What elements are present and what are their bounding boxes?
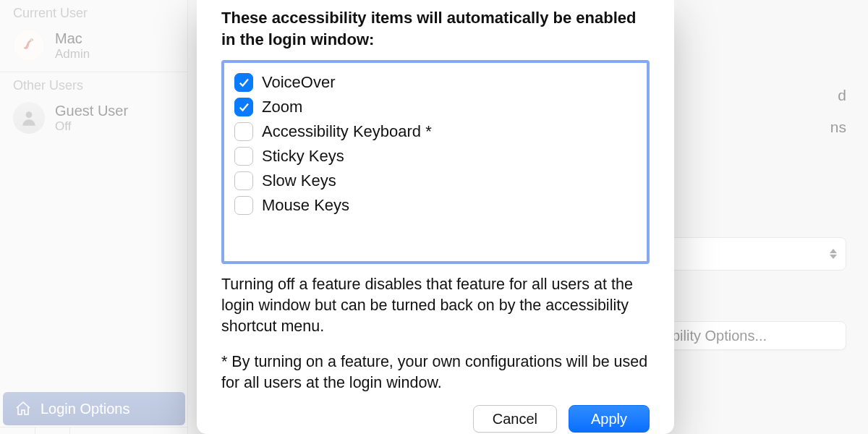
other-users-section-label: Other Users (0, 72, 187, 98)
option-label: Zoom (262, 98, 302, 116)
user-silhouette-icon (13, 102, 45, 134)
login-options-button[interactable]: Login Options (3, 392, 185, 425)
option-slow-keys[interactable]: Slow Keys (234, 169, 637, 193)
checkbox-zoom[interactable] (234, 98, 253, 116)
house-icon (14, 400, 32, 417)
background-right-controls: d ns bility Options... (658, 87, 846, 350)
option-voiceover[interactable]: VoiceOver (234, 70, 637, 95)
current-user-row[interactable]: Mac Admin (0, 25, 187, 72)
checkbox-accessibility-keyboard[interactable] (234, 122, 253, 141)
option-label: Sticky Keys (262, 147, 344, 166)
checkbox-sticky-keys[interactable] (234, 147, 253, 166)
option-label: Mouse Keys (262, 196, 349, 215)
accessibility-options-button-label: bility Options... (672, 328, 767, 344)
guest-user-status: Off (55, 119, 128, 134)
option-label: Slow Keys (262, 171, 336, 190)
current-user-role: Admin (55, 47, 90, 61)
footnote-text: * By turning on a feature, your own conf… (221, 352, 650, 393)
bg-popup-button[interactable] (658, 237, 846, 271)
option-zoom[interactable]: Zoom (234, 95, 637, 119)
guest-user-row[interactable]: Guest User Off (0, 98, 187, 144)
option-label: VoiceOver (262, 73, 336, 92)
explain-text: Turning off a feature disables that feat… (221, 274, 650, 337)
option-mouse-keys[interactable]: Mouse Keys (234, 193, 637, 218)
cancel-button[interactable]: Cancel (473, 405, 557, 433)
users-sidebar: Current User Mac Admin Other Users Guest… (0, 0, 188, 434)
guest-user-name: Guest User (55, 103, 128, 119)
current-user-name: Mac (55, 30, 90, 47)
sidebar-footer-controls (0, 427, 188, 434)
checkbox-voiceover[interactable] (234, 73, 253, 92)
apply-button[interactable]: Apply (569, 405, 650, 433)
checkbox-mouse-keys[interactable] (234, 196, 253, 215)
checkbox-slow-keys[interactable] (234, 171, 253, 190)
accessibility-options-button[interactable]: bility Options... (658, 321, 846, 350)
chevron-up-down-icon (830, 249, 837, 259)
accessibility-options-list: VoiceOver Zoom Accessibility Keyboard * … (221, 60, 650, 264)
login-options-label: Login Options (41, 401, 129, 417)
sheet-heading: These accessibility items will automatic… (221, 7, 650, 50)
option-accessibility-keyboard[interactable]: Accessibility Keyboard * (234, 119, 637, 144)
current-user-section-label: Current User (0, 0, 187, 25)
option-sticky-keys[interactable]: Sticky Keys (234, 144, 637, 169)
sheet-button-row: Cancel Apply (221, 405, 650, 433)
bg-text-fragment-2: ns (658, 119, 846, 136)
accessibility-options-sheet: These accessibility items will automatic… (197, 0, 674, 434)
bg-text-fragment-1: d (658, 87, 846, 104)
svg-point-0 (26, 111, 33, 118)
option-label: Accessibility Keyboard * (262, 122, 432, 141)
user-avatar-icon (13, 30, 45, 61)
